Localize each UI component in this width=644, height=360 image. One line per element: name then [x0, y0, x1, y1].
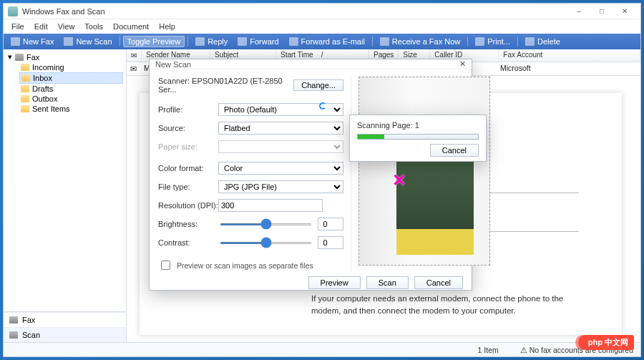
brightness-value[interactable] [318, 218, 343, 230]
receive-fax-label: Receive a Fax Now [392, 37, 460, 46]
folder-tree: ▾Fax Incoming Inbox Drafts Outbox Sent I… [4, 49, 126, 311]
new-scan-dialog: New Scan ✕ Scanner: EPSON01A22D (ET-2850… [149, 59, 472, 291]
resolution-input[interactable] [218, 199, 323, 212]
tree-drafts-label: Drafts [32, 84, 53, 93]
col-account[interactable]: Fax Account [499, 49, 640, 62]
new-scan-label: New Scan [76, 37, 112, 46]
menu-view[interactable]: View [53, 21, 80, 32]
page-icon [11, 37, 20, 46]
tab-fax[interactable]: Fax [4, 312, 126, 327]
folder-icon [21, 95, 29, 102]
row-account: Microsoft [496, 62, 640, 75]
brightness-slider[interactable] [220, 223, 312, 225]
new-fax-label: New Fax [23, 37, 54, 46]
menu-edit[interactable]: Edit [29, 21, 53, 32]
folder-icon [21, 85, 29, 92]
profile-select[interactable]: Photo (Default) [218, 103, 343, 116]
receive-fax-button[interactable]: Receive a Fax Now [376, 36, 464, 47]
filetype-select[interactable]: JPG (JPG File) [218, 180, 343, 193]
app-icon [8, 6, 18, 16]
separate-files-checkbox[interactable]: Preview or scan images as separate files [158, 258, 343, 272]
printer-icon [475, 37, 484, 46]
tab-fax-label: Fax [22, 316, 35, 324]
forward-email-button[interactable]: Forward as E-mail [285, 36, 369, 47]
tree-drafts[interactable]: Drafts [19, 84, 123, 94]
tab-scan[interactable]: Scan [4, 327, 126, 342]
tree-fax-label: Fax [26, 53, 39, 62]
separate-files-label: Preview or scan images as separate files [177, 261, 313, 270]
new-fax-button[interactable]: New Fax [6, 36, 58, 47]
profile-label: Profile: [158, 105, 218, 114]
progress-label: Scanning Page: 1 [357, 121, 479, 130]
preview-button[interactable]: Preview [308, 276, 361, 289]
statusbar: 1 Item ⚠ No fax accounts are configured [4, 342, 640, 356]
tree-incoming-label: Incoming [32, 63, 64, 72]
scanner-name: Scanner: EPSON01A22D (ET-2850 Ser... [158, 77, 293, 94]
toggle-preview-button[interactable]: Toggle Preview [123, 36, 185, 47]
menu-file[interactable]: File [6, 21, 29, 32]
fax-icon [9, 316, 18, 323]
papersize-label: Paper size: [158, 142, 218, 151]
tree-sent-label: Sent Items [32, 104, 70, 113]
maximize-button[interactable]: □ [590, 4, 613, 19]
download-icon [380, 37, 389, 46]
source-select[interactable]: Flatbed [218, 122, 343, 135]
papersize-select [218, 140, 343, 153]
scanner-icon [9, 331, 18, 339]
minimize-button[interactable]: – [567, 4, 590, 19]
folder-icon [21, 64, 29, 71]
reply-label: Reply [208, 37, 228, 46]
dialog-titlebar: New Scan ✕ [150, 59, 472, 69]
col-icon[interactable]: ✉ [127, 49, 142, 62]
print-button[interactable]: Print... [471, 36, 514, 47]
mail-icon [289, 37, 298, 46]
menu-document[interactable]: Document [108, 21, 154, 32]
print-label: Print... [487, 37, 510, 46]
tree-inbox[interactable]: Inbox [19, 72, 123, 84]
dialog-close-button[interactable]: ✕ [459, 59, 466, 69]
folder-icon [21, 74, 30, 82]
dialog-title: New Scan [155, 60, 191, 69]
tree-outbox[interactable]: Outbox [19, 94, 123, 104]
close-button[interactable]: ✕ [613, 4, 636, 19]
folder-icon [21, 105, 29, 112]
progress-bar [357, 134, 479, 140]
contrast-slider[interactable] [220, 242, 312, 244]
reply-icon [195, 37, 205, 46]
cancel-scan-button[interactable]: Cancel [414, 276, 463, 289]
sidebar: ▾Fax Incoming Inbox Drafts Outbox Sent I… [4, 49, 127, 342]
scan-button[interactable]: Scan [366, 276, 409, 289]
scan-preview-area[interactable]: ✕ [358, 77, 490, 266]
contrast-value[interactable] [318, 236, 343, 249]
fax-device-icon [15, 54, 24, 61]
contrast-label: Contrast: [158, 238, 218, 247]
titlebar: Windows Fax and Scan – □ ✕ [4, 4, 640, 19]
forward-email-label: Forward as E-mail [301, 37, 365, 46]
tree-inbox-label: Inbox [33, 74, 52, 82]
forward-button[interactable]: Forward [233, 36, 283, 47]
tree-outbox-label: Outbox [32, 94, 57, 103]
new-scan-button[interactable]: New Scan [59, 36, 116, 47]
tree-fax[interactable]: ▾Fax [6, 52, 123, 62]
delete-icon [525, 37, 535, 46]
side-tabs: Fax Scan [4, 311, 126, 342]
tree-incoming[interactable]: Incoming [19, 62, 123, 72]
source-label: Source: [158, 124, 218, 132]
tree-sent[interactable]: Sent Items [19, 104, 123, 114]
menu-help[interactable]: Help [154, 21, 180, 32]
row-icon: ✉ [127, 62, 140, 75]
app-title: Windows Fax and Scan [22, 7, 105, 16]
delete-label: Delete [537, 37, 560, 46]
change-scanner-button[interactable]: Change... [293, 79, 343, 91]
colorfmt-label: Color format: [158, 164, 218, 172]
filetype-label: File type: [158, 183, 218, 191]
resolution-label: Resolution (DPI): [158, 201, 218, 210]
progress-cancel-button[interactable]: Cancel [430, 144, 479, 157]
menu-tools[interactable]: Tools [79, 21, 108, 32]
reply-button[interactable]: Reply [191, 36, 232, 47]
toolbar: New Fax New Scan Toggle Preview Reply Fo… [4, 34, 640, 49]
delete-button[interactable]: Delete [521, 36, 565, 47]
brightness-label: Brightness: [158, 220, 218, 228]
forward-icon [238, 37, 247, 46]
colorfmt-select[interactable]: Color [218, 162, 343, 175]
